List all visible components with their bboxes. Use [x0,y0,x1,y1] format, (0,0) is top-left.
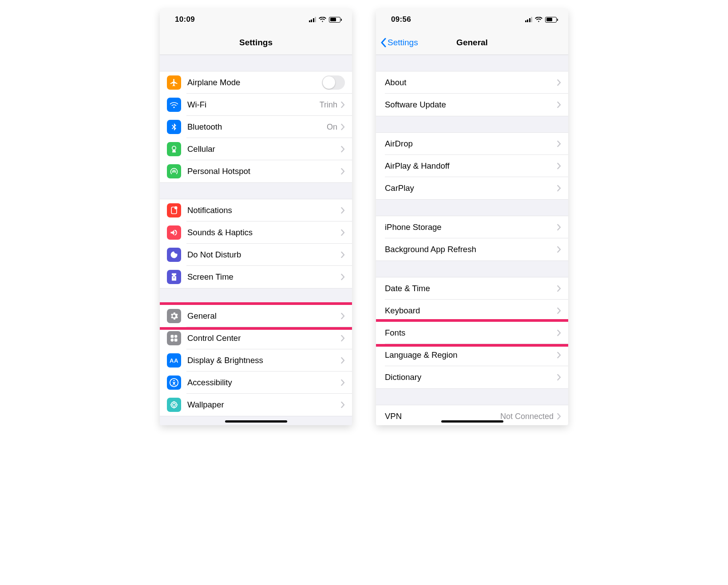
display-icon: AA [167,353,181,368]
accessibility-icon [167,376,181,390]
cellular-signal-icon [525,17,533,22]
nav-bar: Settings General [376,30,568,55]
chevron-right-icon [557,79,561,86]
general-list[interactable]: AboutSoftware UpdateAirDropAirPlay & Han… [376,55,568,425]
control-center-row[interactable]: Control Center [160,327,352,349]
dictionary-row[interactable]: Dictionary [376,366,568,388]
row-label: Control Center [187,333,341,343]
display-brightness-row[interactable]: AADisplay & Brightness [160,349,352,372]
row-value: On [327,123,337,132]
row-label: Do Not Disturb [187,250,341,260]
airdrop-row[interactable]: AirDrop [376,133,568,155]
chevron-right-icon [557,352,561,359]
back-button[interactable]: Settings [380,38,418,47]
chevron-right-icon [557,285,561,292]
svg-point-9 [171,402,177,407]
chevron-right-icon [341,146,345,153]
status-bar: 10:09 [160,9,352,30]
svg-rect-4 [171,339,174,342]
chevron-right-icon [557,307,561,314]
cellular-row[interactable]: Cellular [160,138,352,160]
airplane-mode-row[interactable]: Airplane Mode [160,71,352,94]
airplay-handoff-row[interactable]: AirPlay & Handoff [376,155,568,177]
row-label: Accessibility [187,378,341,387]
row-label: Keyboard [385,306,557,316]
row-label: CarPlay [385,183,557,193]
row-label: Bluetooth [187,122,327,132]
airplane-mode-toggle[interactable] [322,75,345,90]
date-time-row[interactable]: Date & Time [376,277,568,300]
chevron-right-icon [557,185,561,192]
about-row[interactable]: About [376,71,568,94]
bluetooth-row[interactable]: BluetoothOn [160,116,352,138]
notifications-row[interactable]: Notifications [160,199,352,221]
row-label: Date & Time [385,284,557,293]
svg-point-7 [174,380,175,381]
status-indicators [309,17,341,23]
settings-list[interactable]: Airplane ModeWi-FiTrinhBluetoothOnCellul… [160,55,352,425]
row-label: Screen Time [187,272,341,282]
screen-time-row[interactable]: Screen Time [160,266,352,288]
carplay-row[interactable]: CarPlay [376,177,568,199]
controlcenter-icon [167,331,181,345]
status-time: 10:09 [175,15,195,24]
row-label: Language & Region [385,350,557,360]
wifi-icon [319,17,326,22]
row-label: Background App Refresh [385,245,557,254]
accessibility-row[interactable]: Accessibility [160,372,352,394]
chevron-right-icon [557,374,561,381]
row-label: About [385,78,557,87]
software-update-row[interactable]: Software Update [376,94,568,116]
cellular-icon [167,142,181,156]
chevron-right-icon [341,312,345,320]
chevron-right-icon [341,335,345,342]
chevron-right-icon [557,101,561,108]
chevron-right-icon [557,224,561,231]
keyboard-row[interactable]: Keyboard [376,300,568,322]
bluetooth-icon [167,120,181,134]
row-label: Fonts [385,328,557,338]
chevron-right-icon [557,246,561,253]
row-label: Cellular [187,144,341,154]
battery-icon [545,17,557,23]
chevron-right-icon [341,401,345,408]
sounds-icon [167,225,181,240]
wallpaper-icon [167,398,181,412]
language-region-row[interactable]: Language & Region [376,344,568,366]
row-label: AirDrop [385,139,557,149]
wallpaper-row[interactable]: Wallpaper [160,394,352,416]
personal-hotspot-row[interactable]: Personal Hotspot [160,160,352,182]
row-label: Notifications [187,206,341,215]
row-label: Sounds & Haptics [187,228,341,237]
general-row[interactable]: General [160,305,352,327]
sounds-haptics-row[interactable]: Sounds & Haptics [160,221,352,244]
chevron-right-icon [557,329,561,336]
row-label: Personal Hotspot [187,166,341,176]
fonts-row[interactable]: Fonts [376,322,568,344]
hotspot-icon [167,164,181,178]
row-label: Airplane Mode [187,78,322,87]
status-indicators [525,17,557,23]
wi-fi-row[interactable]: Wi-FiTrinh [160,94,352,116]
row-value: Not Connected [500,412,554,421]
row-label: Software Update [385,100,557,110]
svg-point-8 [173,403,176,407]
row-label: VPN [385,411,500,421]
iphone-storage-row[interactable]: iPhone Storage [376,216,568,238]
chevron-right-icon [341,273,345,281]
do-not-disturb-row[interactable]: Do Not Disturb [160,244,352,266]
page-title: Settings [239,38,273,47]
row-label: General [187,311,341,321]
svg-rect-2 [171,335,174,338]
home-indicator[interactable] [225,420,287,423]
background-app-refresh-row[interactable]: Background App Refresh [376,238,568,261]
svg-point-1 [175,207,177,209]
notifications-icon [167,203,181,217]
wifi-icon [167,98,181,112]
chevron-right-icon [557,140,561,147]
chevron-right-icon [341,229,345,236]
chevron-right-icon [341,101,345,108]
home-indicator[interactable] [441,420,503,423]
chevron-right-icon [341,207,345,214]
dnd-icon [167,248,181,262]
